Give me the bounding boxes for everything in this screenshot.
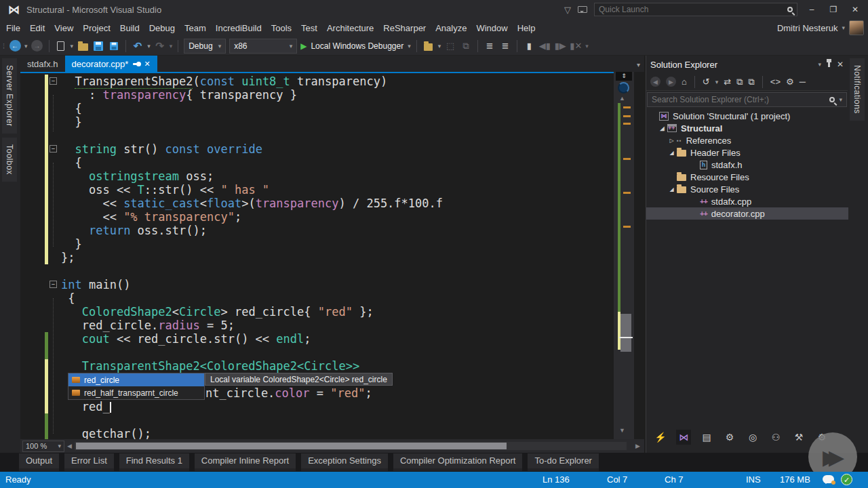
- analysis-ok-check-icon[interactable]: ✓: [841, 474, 852, 485]
- menu-project[interactable]: Project: [78, 20, 115, 36]
- bottom-tab-error-list[interactable]: Error List: [64, 453, 114, 471]
- new-file-button[interactable]: [57, 41, 64, 51]
- horizontal-scrollbar[interactable]: [75, 442, 627, 450]
- solution-explorer-tool-icon[interactable]: ⋈: [676, 430, 691, 445]
- view-code-icon[interactable]: <>: [770, 77, 781, 87]
- clear-bookmarks-button[interactable]: ▮✕: [570, 39, 582, 54]
- scroll-left-arrow[interactable]: ◀: [67, 443, 72, 449]
- tab-list-dropdown-icon[interactable]: ▾: [637, 61, 640, 68]
- tree-item-stdafx-cpp[interactable]: ++stdafx.cpp: [646, 195, 848, 207]
- bottom-tab-compiler-inline-report[interactable]: Compiler Inline Report: [195, 453, 296, 471]
- menu-incredibuild[interactable]: IncrediBuild: [211, 20, 267, 36]
- collapse-all-icon[interactable]: ⧉: [736, 77, 743, 87]
- back-icon[interactable]: ◀: [650, 77, 660, 87]
- new-file-dropdown[interactable]: ▾: [71, 43, 74, 49]
- completion-item-red-half-transparnt-circle[interactable]: red_half_transparnt_circle: [68, 386, 204, 399]
- toggle-bookmark-button[interactable]: ▮: [523, 39, 535, 54]
- navigate-back-dropdown[interactable]: ▾: [24, 43, 28, 49]
- close-panel-icon[interactable]: ✕: [837, 60, 844, 69]
- menu-analyze[interactable]: Analyze: [431, 20, 471, 36]
- resharper-status-icon[interactable]: [618, 82, 629, 94]
- select-mode-button[interactable]: ⬚: [444, 39, 456, 54]
- lightning-tool-icon[interactable]: ⚡: [653, 432, 668, 443]
- redo-dropdown[interactable]: ▾: [170, 43, 173, 49]
- bottom-tab-find-results-1[interactable]: Find Results 1: [119, 453, 189, 471]
- avatar[interactable]: [849, 20, 864, 35]
- window-position-dropdown-icon[interactable]: ▾: [818, 61, 821, 68]
- tab-decorator-cpp[interactable]: decorator.cpp* ✕: [65, 56, 157, 72]
- toolbox-tab[interactable]: Toolbox: [2, 138, 17, 182]
- tree-item-structural[interactable]: ◢Structural: [646, 122, 848, 134]
- forward-icon[interactable]: ▶: [666, 77, 676, 87]
- notifications-tab[interactable]: Notifications: [850, 58, 865, 121]
- solution-configuration-select[interactable]: Debug▾: [184, 39, 226, 54]
- completion-item-red-circle[interactable]: red_circle: [68, 373, 204, 386]
- save-all-button[interactable]: [110, 42, 118, 50]
- solution-platform-select[interactable]: x86▾: [229, 39, 297, 54]
- navigate-back-button[interactable]: ←: [9, 40, 21, 52]
- navigate-forward-button[interactable]: →: [31, 40, 43, 52]
- previous-bookmark-button[interactable]: ◀▮: [538, 39, 551, 54]
- pending-changes-filter-icon[interactable]: ↺: [703, 77, 710, 87]
- tab-stdafx-h[interactable]: stdafx.h: [20, 56, 65, 72]
- menu-edit[interactable]: Edit: [25, 20, 50, 36]
- search-options-dropdown-icon[interactable]: ▾: [839, 96, 842, 103]
- undo-dropdown[interactable]: ▾: [147, 43, 151, 49]
- tree-item-resource-files[interactable]: Resource Files: [646, 171, 848, 183]
- scroll-down-arrow[interactable]: ▼: [619, 427, 625, 434]
- tree-item-decorator-cpp[interactable]: ++decorator.cpp: [646, 207, 848, 220]
- open-file-button[interactable]: [78, 43, 88, 51]
- scroll-right-arrow[interactable]: ▶: [635, 443, 640, 449]
- expander-open-icon[interactable]: ◢: [667, 150, 677, 156]
- vertical-scrollbar[interactable]: ⇕ ▲ ▼: [614, 72, 634, 439]
- menu-help[interactable]: Help: [513, 20, 540, 36]
- comment-lines-button[interactable]: ≣: [484, 39, 496, 54]
- menu-resharper[interactable]: ReSharper: [378, 20, 431, 36]
- redo-button[interactable]: ↷: [154, 39, 166, 54]
- quick-launch-input[interactable]: [599, 5, 787, 14]
- bottom-tab-compiler-optimization-report[interactable]: Compiler Optimization Report: [393, 453, 523, 471]
- show-all-files-icon[interactable]: ⧉: [749, 77, 755, 87]
- home-icon[interactable]: ⌂: [682, 77, 687, 87]
- quick-launch-box[interactable]: [594, 3, 797, 16]
- intellisense-popup[interactable]: red_circlered_half_transparnt_circle: [68, 373, 205, 400]
- expander-open-icon[interactable]: ◢: [667, 186, 677, 192]
- expander-closed-icon[interactable]: ▷: [667, 138, 677, 144]
- minimize-button[interactable]: –: [804, 5, 819, 14]
- menu-file[interactable]: File: [1, 20, 25, 36]
- tree-item-header-files[interactable]: ◢Header Files: [646, 146, 848, 159]
- bottom-tab-output[interactable]: Output: [19, 453, 59, 471]
- zoom-level-select[interactable]: 100 %▾: [22, 441, 64, 452]
- fold-collapse-box[interactable]: −: [50, 281, 57, 288]
- menu-tools[interactable]: Tools: [267, 20, 296, 36]
- find-in-files-button[interactable]: [424, 43, 433, 51]
- tree-item-references[interactable]: ▷▪▪References: [646, 134, 848, 146]
- preview-selected-items-icon[interactable]: ─: [800, 77, 806, 87]
- undo-button[interactable]: ↶: [132, 39, 144, 54]
- tree-item-stdafx-h[interactable]: hstdafx.h: [646, 159, 848, 171]
- close-tab-icon[interactable]: ✕: [144, 60, 150, 68]
- next-bookmark-button[interactable]: ▮▶: [554, 39, 566, 54]
- find-dropdown[interactable]: ▾: [438, 43, 441, 49]
- filter-funnel-icon[interactable]: ▽: [564, 5, 571, 15]
- menu-build[interactable]: Build: [115, 20, 144, 36]
- send-feedback-icon[interactable]: [578, 6, 587, 13]
- menu-window[interactable]: Window: [471, 20, 512, 36]
- bottom-tab-exception-settings[interactable]: Exception Settings: [301, 453, 388, 471]
- close-button[interactable]: ✕: [848, 5, 863, 14]
- server-explorer-tab[interactable]: Server Explorer: [2, 58, 17, 134]
- team-explorer-tool-icon[interactable]: ⚇: [768, 432, 783, 443]
- expander-open-icon[interactable]: ◢: [657, 125, 667, 131]
- sync-with-active-document-icon[interactable]: ⇄: [724, 77, 731, 87]
- properties-tool-icon[interactable]: ⚙: [722, 432, 737, 443]
- user-account-area[interactable]: Dmitri Nesteruk ▾: [777, 19, 864, 37]
- menu-view[interactable]: View: [50, 20, 78, 36]
- tree-item-source-files[interactable]: ◢Source Files: [646, 183, 848, 195]
- scrollbar-thumb[interactable]: [620, 314, 631, 352]
- document-outline-tool-icon[interactable]: ▤: [699, 432, 714, 443]
- copy-button[interactable]: ⧉: [460, 39, 472, 54]
- scroll-up-arrow[interactable]: ▲: [619, 95, 625, 102]
- split-window-handle[interactable]: ⇕: [616, 72, 632, 81]
- restore-button[interactable]: ❐: [826, 5, 841, 14]
- bookmarks-dropdown[interactable]: ▾: [585, 43, 589, 49]
